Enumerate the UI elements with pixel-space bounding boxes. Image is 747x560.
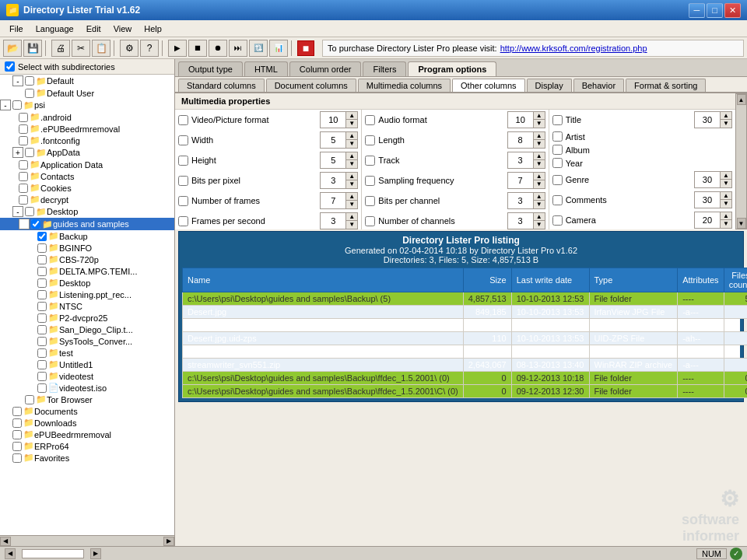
spinner-up[interactable]: ▲: [534, 152, 545, 160]
tree-item-cbs[interactable]: 📁 CBS-720p: [0, 254, 174, 265]
menu-language[interactable]: Language: [30, 23, 80, 35]
tree-item-documents[interactable]: 📁 Documents: [0, 405, 174, 417]
prop-checkbox-height[interactable]: [178, 156, 188, 166]
menu-help[interactable]: Help: [138, 23, 168, 35]
tab-other-columns[interactable]: Other columns: [452, 79, 525, 92]
spinner-down[interactable]: ▼: [534, 120, 545, 128]
prop-input[interactable]: [508, 215, 533, 226]
spinner-up[interactable]: ▲: [346, 173, 357, 180]
prop-input[interactable]: [695, 194, 720, 205]
prop-checkbox-video-format[interactable]: [178, 115, 188, 125]
spinner-up[interactable]: ▲: [346, 112, 357, 120]
tree-checkbox[interactable]: [25, 148, 34, 157]
prop-input[interactable]: [508, 195, 533, 206]
tree-checkbox[interactable]: [25, 207, 34, 216]
spinner-up[interactable]: ▲: [534, 213, 545, 221]
tab-document-columns[interactable]: Document columns: [266, 79, 356, 92]
prop-input[interactable]: [321, 114, 345, 125]
scroll-up-btn[interactable]: ▲: [737, 94, 746, 105]
tree-checkbox[interactable]: [12, 453, 22, 463]
spinner-up[interactable]: ▲: [346, 152, 357, 160]
tree-checkbox[interactable]: [19, 184, 28, 193]
prop-input[interactable]: [321, 215, 345, 226]
spinner-down[interactable]: ▼: [346, 221, 357, 229]
spinner-down[interactable]: ▼: [721, 220, 731, 228]
tree-toggle[interactable]: -: [0, 100, 11, 110]
toolbar-icon2[interactable]: ⏹: [188, 40, 207, 57]
tree-item-bginfo[interactable]: 📁 BGINFO: [0, 242, 174, 254]
table-row[interactable]: Desert.jpg.uid-zps11010-10-2013 13:53UID…: [183, 332, 748, 345]
tree-item-videotestiso[interactable]: 📄 videotest.iso: [0, 382, 174, 394]
toolbar-icon3[interactable]: ⏺: [209, 40, 227, 57]
tree-checkbox[interactable]: [37, 302, 47, 311]
spinner-down[interactable]: ▼: [534, 221, 545, 229]
tab-behavior[interactable]: Behavior: [573, 79, 624, 92]
spinner-down[interactable]: ▼: [346, 120, 357, 128]
tree-checkbox[interactable]: [31, 219, 40, 229]
prop-input[interactable]: [508, 175, 533, 186]
tree-checkbox[interactable]: [12, 418, 22, 428]
tree-item-downloads[interactable]: 📁 Downloads: [0, 417, 174, 429]
tab-filters[interactable]: Filters: [363, 61, 406, 76]
menu-view[interactable]: View: [107, 23, 139, 35]
spinner-up[interactable]: ▲: [721, 212, 731, 220]
tab-output-type[interactable]: Output type: [178, 61, 243, 76]
tree-checkbox[interactable]: [19, 172, 28, 181]
tree-checkbox[interactable]: [37, 348, 47, 358]
prop-checkbox-comments[interactable]: [552, 195, 563, 205]
toolbar-copy[interactable]: 📋: [92, 40, 110, 57]
tree-item-appdata2[interactable]: 📁 Application Data: [0, 159, 174, 170]
table-row[interactable]: Desert.png1,363,49810-10-2013 13:53Irfan…: [183, 319, 748, 332]
tab-display[interactable]: Display: [527, 79, 572, 92]
scroll-left-status[interactable]: ◀: [5, 548, 16, 559]
tree-item-android[interactable]: 📁 .android: [0, 111, 174, 123]
tab-program-options[interactable]: Program options: [408, 61, 496, 76]
toolbar-save[interactable]: 💾: [23, 40, 42, 57]
tab-standard-columns[interactable]: Standard columns: [178, 79, 265, 92]
tree-item-p2[interactable]: 📁 P2-dvcpro25: [0, 312, 174, 324]
table-row[interactable]: message.rtf1,65308-13-2013 12:52Rich Tex…: [183, 345, 748, 359]
tree-toggle[interactable]: -: [12, 75, 23, 86]
table-row[interactable]: streamwriter_svn551.zip2,643,06708-13-20…: [183, 359, 748, 372]
tree-item-decrypt[interactable]: 📁 decrypt: [0, 194, 174, 205]
spinner-down[interactable]: ▼: [534, 160, 545, 168]
toolbar-open[interactable]: 📂: [3, 40, 22, 57]
table-row[interactable]: c:\Users\psi\Desktop\guides and samples\…: [183, 292, 748, 306]
tree-item-torbrowser[interactable]: 📁 Tor Browser: [0, 394, 174, 405]
tree-item-test[interactable]: 📁 test: [0, 347, 174, 359]
tab-column-order[interactable]: Column order: [289, 61, 362, 76]
tree-item-erpro[interactable]: 📁 ERPro64: [0, 440, 174, 452]
tree-item-delta[interactable]: 📁 DELTA.MPG.TEMI...: [0, 265, 174, 277]
prop-input[interactable]: [695, 174, 720, 185]
toolbar-icon5[interactable]: 🔃: [249, 40, 268, 57]
spinner-up[interactable]: ▲: [721, 172, 731, 180]
prop-input[interactable]: [321, 155, 345, 166]
tree-checkbox[interactable]: [19, 160, 28, 170]
spinner-up[interactable]: ▲: [534, 173, 545, 180]
prop-input[interactable]: [508, 135, 533, 145]
prop-input[interactable]: [695, 114, 720, 125]
tree-item-appdata[interactable]: + 📁 AppData: [0, 146, 174, 159]
vscroll[interactable]: ▲ ▼: [736, 93, 747, 229]
tree-item-sandiego[interactable]: 📁 San_Diego_Clip.t...: [0, 324, 174, 335]
tree-item-desktop[interactable]: - 📁 Desktop: [0, 205, 174, 218]
spinner-up[interactable]: ▲: [721, 192, 731, 200]
tab-multimedia-columns[interactable]: Multimedia columns: [358, 79, 451, 92]
table-row[interactable]: c:\Users\psi\Desktop\guides and samples\…: [183, 385, 748, 398]
tree-checkbox[interactable]: [37, 360, 47, 369]
tree-hscroll[interactable]: ◀ ▶: [0, 535, 174, 546]
prop-input[interactable]: [508, 114, 533, 125]
tree-checkbox[interactable]: [12, 100, 22, 110]
prop-checkbox-numchannels[interactable]: [365, 216, 375, 226]
spinner-down[interactable]: ▼: [721, 180, 731, 187]
spinner-down[interactable]: ▼: [534, 180, 545, 188]
toolbar-cut[interactable]: ✂: [72, 40, 90, 57]
tree-checkbox[interactable]: [37, 255, 47, 264]
spinner-up[interactable]: ▲: [534, 112, 545, 120]
toolbar-icon1[interactable]: ▶: [168, 40, 187, 57]
toolbar-icon4[interactable]: ⏭: [229, 40, 247, 57]
tree-toggle[interactable]: -: [19, 219, 30, 229]
toolbar-settings[interactable]: ⚙: [120, 40, 139, 57]
tree-item-untitled[interactable]: 📁 Untitled1: [0, 359, 174, 370]
tree-checkbox[interactable]: [37, 325, 47, 334]
